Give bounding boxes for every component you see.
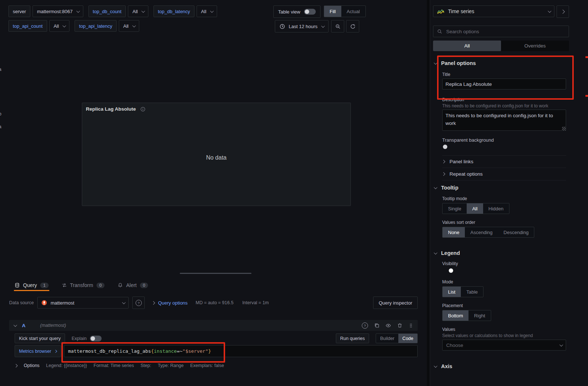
metrics-browser-button[interactable]: Metrics browser (15, 345, 61, 357)
datasource-select[interactable]: mattermost (37, 297, 129, 309)
panel-links-collapsible[interactable]: Panel links (442, 156, 566, 167)
variable-value: All (123, 23, 128, 29)
code-mode-button[interactable]: Code (398, 334, 417, 343)
variable-value-dropdown[interactable]: All (128, 5, 148, 17)
tooltip-mode-label: Tooltip mode (442, 196, 467, 201)
panel-title-input[interactable] (442, 79, 566, 89)
exemplars-summary: Exemplars: false (190, 363, 224, 368)
chevron-right-icon (152, 301, 155, 305)
variable-value-dropdown[interactable]: All (119, 20, 139, 32)
variable-value-dropdown[interactable]: All (197, 5, 217, 17)
legend-placement-group: Bottom Right (442, 310, 491, 321)
chevron-down-icon (548, 9, 551, 13)
time-range-picker[interactable]: Last 12 hours (275, 20, 329, 33)
table-view-toggle[interactable] (304, 9, 316, 15)
query-inspector-button[interactable]: Query inspector (373, 297, 418, 309)
explain-toggle[interactable] (90, 336, 102, 341)
axis-section-header[interactable]: Axis (434, 363, 452, 370)
visualization-name: Time series (448, 8, 544, 14)
help-icon[interactable] (362, 322, 368, 329)
table-view-label: Table view (278, 9, 300, 15)
options-search-input[interactable] (445, 28, 565, 35)
legend-mode-table[interactable]: Table (461, 287, 483, 297)
duplicate-icon[interactable] (374, 323, 379, 328)
tab-all-options[interactable]: All (433, 41, 501, 51)
tooltip-mode-all[interactable]: All (467, 203, 483, 214)
visibility-label: Visibility (442, 261, 458, 266)
placement-right[interactable]: Right (468, 310, 490, 321)
step-summary: Step: (140, 363, 151, 368)
repeat-options-collapsible[interactable]: Repeat options (442, 168, 566, 179)
zoom-out-button[interactable] (331, 20, 344, 33)
drag-grip-icon[interactable] (409, 323, 413, 328)
chevron-down-icon (76, 9, 80, 13)
chevron-right-icon (14, 364, 18, 367)
sort-none[interactable]: None (443, 227, 465, 237)
run-queries-button[interactable]: Run queries (336, 333, 369, 343)
tab-transform[interactable]: Transform 0 (62, 282, 105, 288)
eye-icon[interactable] (386, 323, 391, 328)
values-sort-order-group: None Ascending Descending (442, 227, 534, 238)
collapse-query-icon[interactable] (14, 323, 17, 327)
variable-label[interactable]: top_db_count (88, 5, 126, 17)
legend-placement-label: Placement (442, 303, 463, 308)
datasource-help-button[interactable] (132, 297, 145, 309)
sort-descending[interactable]: Descending (498, 227, 534, 237)
collapse-options-pane-button[interactable] (557, 5, 569, 18)
legend-section-header[interactable]: Legend (434, 249, 460, 257)
query-options-collapsible[interactable]: Query options (152, 300, 187, 306)
time-range-label: Last 12 hours (289, 24, 318, 29)
placement-bottom[interactable]: Bottom (443, 310, 468, 321)
tooltip-section-header[interactable]: Tooltip (434, 184, 458, 191)
builder-mode-button[interactable]: Builder (376, 334, 398, 343)
panel-description-textarea[interactable]: This needs to be configured in config.js… (442, 110, 566, 131)
refresh-button[interactable] (346, 20, 359, 33)
title-field-label: Title (442, 72, 450, 77)
tab-alert[interactable]: Alert 0 (118, 282, 148, 288)
explain-control: Explain (72, 336, 102, 341)
variable-value: All (201, 9, 206, 14)
clipped-text-fragment: a (0, 67, 1, 72)
kick-start-query-button[interactable]: Kick start your query (15, 333, 65, 343)
description-help-text: This needs to be configured in config.js… (442, 103, 548, 108)
pane-divider[interactable] (427, 0, 430, 386)
tab-count-badge: 0 (96, 283, 105, 288)
chevron-down-icon (434, 364, 437, 368)
options-search (433, 26, 569, 37)
legend-mode-list[interactable]: List (443, 287, 461, 297)
promql-operator: =~ (177, 348, 183, 354)
chevron-right-icon (54, 349, 57, 352)
query-row-header[interactable]: A (mattermost) (9, 320, 418, 331)
chevron-down-icon (434, 61, 437, 65)
panel-options-section-header[interactable]: Panel options (434, 60, 476, 67)
sort-ascending[interactable]: Ascending (465, 227, 498, 237)
prometheus-logo-icon (41, 300, 47, 306)
clipped-text-fragment: a (0, 124, 1, 129)
variable-value-dropdown[interactable]: All (49, 20, 69, 32)
variable-value: All (132, 9, 137, 14)
fill-mode-button[interactable]: Fill (324, 6, 341, 17)
pane-resize-handle[interactable] (180, 273, 251, 274)
section-heading: Panel options (441, 60, 476, 66)
select-placeholder: Choose (446, 343, 463, 348)
tooltip-mode-single[interactable]: Single (443, 203, 467, 214)
tab-overrides[interactable]: Overrides (501, 41, 569, 51)
promql-editor-input[interactable]: mattermost_db_replica_lag_abs{instance=~… (64, 345, 418, 357)
variable-top-api-latency: top_api_latency All (75, 20, 139, 32)
tab-query[interactable]: Query 1 (15, 282, 49, 288)
visualization-picker[interactable]: Time series (433, 5, 554, 17)
legend-values-select[interactable]: Choose (442, 340, 566, 351)
textarea-resize-grip[interactable] (562, 127, 566, 130)
trash-icon[interactable] (397, 323, 402, 328)
variable-label[interactable]: top_api_latency (75, 20, 117, 32)
display-mode-group: Fill Actual (324, 5, 366, 17)
options-collapsible[interactable]: Options (24, 363, 39, 368)
metrics-browser-label: Metrics browser (19, 349, 51, 354)
tooltip-mode-hidden[interactable]: Hidden (483, 203, 509, 214)
interval-summary: Interval = 1m (242, 300, 269, 305)
variable-value-dropdown[interactable]: mattermost:8067 (33, 5, 83, 17)
actual-mode-button[interactable]: Actual (341, 6, 365, 17)
tooltip-mode-group: Single All Hidden (442, 203, 509, 214)
variable-label[interactable]: top_db_latency (153, 5, 194, 17)
variable-label[interactable]: top_api_count (8, 20, 47, 32)
